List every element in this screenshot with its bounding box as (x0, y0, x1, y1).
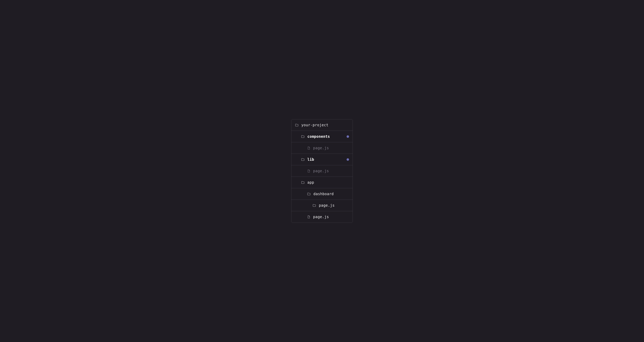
status-dot-icon (346, 158, 349, 161)
tree-item-dashboard[interactable]: dashboard (291, 188, 353, 200)
status-dot-icon (346, 135, 349, 138)
folder-icon (301, 135, 305, 138)
folder-icon (301, 181, 305, 184)
folder-icon (307, 192, 311, 196)
tree-item-label: dashboard (314, 192, 334, 196)
folder-icon (312, 204, 316, 207)
tree-item-page-js[interactable]: page.js (291, 211, 353, 223)
tree-item-page-js[interactable]: page.js (291, 142, 353, 154)
tree-item-app[interactable]: app (291, 177, 353, 188)
tree-item-label: app (307, 180, 314, 185)
folder-icon (301, 158, 305, 161)
tree-item-label: page.js (313, 146, 329, 150)
file-icon (307, 169, 310, 173)
tree-root-item[interactable]: your-project (291, 119, 353, 131)
tree-item-lib[interactable]: lib (291, 154, 353, 165)
tree-item-label: components (307, 134, 330, 139)
tree-item-components[interactable]: components (291, 131, 353, 142)
tree-item-page-js[interactable]: page.js (291, 165, 353, 177)
tree-item-label: page.js (319, 203, 335, 208)
file-tree: your-project components page.js lib (291, 119, 353, 223)
tree-item-label: lib (307, 157, 314, 162)
file-icon (307, 215, 310, 219)
tree-item-page-js[interactable]: page.js (291, 200, 353, 211)
tree-item-label: page.js (313, 215, 329, 219)
file-icon (307, 146, 310, 150)
tree-item-label: page.js (313, 169, 329, 173)
folder-icon (295, 123, 298, 127)
tree-item-label: your-project (301, 123, 328, 127)
